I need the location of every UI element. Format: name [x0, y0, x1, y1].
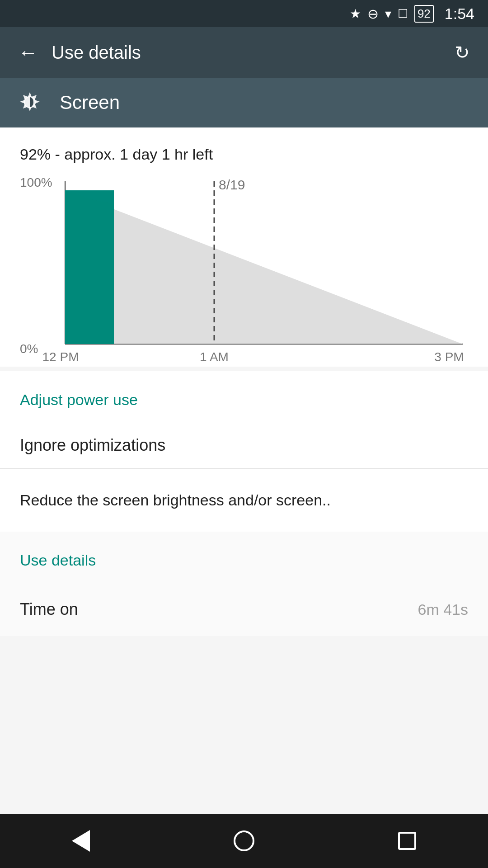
- battery-icon: 92: [414, 5, 434, 23]
- back-triangle-icon: [72, 830, 90, 852]
- time-on-value: 6m 41s: [418, 601, 469, 618]
- recents-nav-button[interactable]: [380, 826, 434, 856]
- minus-circle-icon: ⊖: [367, 6, 379, 22]
- svg-marker-7: [65, 190, 114, 344]
- screen-desc: Reduce the screen brightness and/or scre…: [0, 469, 488, 532]
- wifi-icon: ▾: [385, 6, 391, 21]
- svg-text:12 PM: 12 PM: [42, 350, 79, 364]
- nav-bar: [0, 814, 488, 868]
- recents-square-icon: [398, 832, 416, 850]
- battery-chart: 100% 0% 8/19 12 PM 1 AM 3 PM: [20, 177, 468, 367]
- app-icon: [14, 86, 46, 119]
- svg-text:8/19: 8/19: [219, 177, 245, 192]
- app-bar: ← Use details ↻: [0, 27, 488, 78]
- app-header: Screen: [0, 78, 488, 127]
- back-button[interactable]: ←: [14, 37, 42, 68]
- home-circle-icon: [234, 830, 254, 851]
- status-icons: ★ ⊖ ▾ ☐ 92: [350, 5, 434, 23]
- brightness-icon: [15, 88, 45, 118]
- svg-marker-5: [65, 190, 463, 344]
- bluetooth-icon: ★: [350, 6, 361, 21]
- home-nav-button[interactable]: [216, 824, 272, 858]
- sim-icon: ☐: [398, 7, 408, 21]
- use-details-label: Use details: [0, 532, 488, 583]
- use-details-section: Use details Time on 6m 41s: [0, 532, 488, 636]
- main-content: 92% - approx. 1 day 1 hr left 100% 0% 8/…: [0, 127, 488, 367]
- chart-svg: 100% 0% 8/19 12 PM 1 AM 3 PM: [20, 177, 468, 367]
- back-nav-button[interactable]: [54, 824, 108, 858]
- svg-text:1 AM: 1 AM: [200, 350, 229, 364]
- adjust-power-section: Adjust power use Ignore optimizations Re…: [0, 371, 488, 532]
- app-bar-title: Use details: [52, 42, 450, 63]
- status-time: 1:54: [445, 5, 474, 23]
- svg-text:100%: 100%: [20, 177, 52, 189]
- svg-text:3 PM: 3 PM: [434, 350, 464, 364]
- ignore-optimizations-item[interactable]: Ignore optimizations: [0, 422, 488, 468]
- adjust-power-link[interactable]: Adjust power use: [0, 371, 488, 422]
- app-name: Screen: [60, 92, 120, 113]
- svg-text:0%: 0%: [20, 342, 38, 356]
- time-on-label: Time on: [20, 600, 78, 619]
- status-bar: ★ ⊖ ▾ ☐ 92 1:54: [0, 0, 488, 27]
- refresh-button[interactable]: ↻: [450, 38, 474, 67]
- battery-status-text: 92% - approx. 1 day 1 hr left: [20, 146, 468, 163]
- table-row: Time on 6m 41s: [0, 583, 488, 636]
